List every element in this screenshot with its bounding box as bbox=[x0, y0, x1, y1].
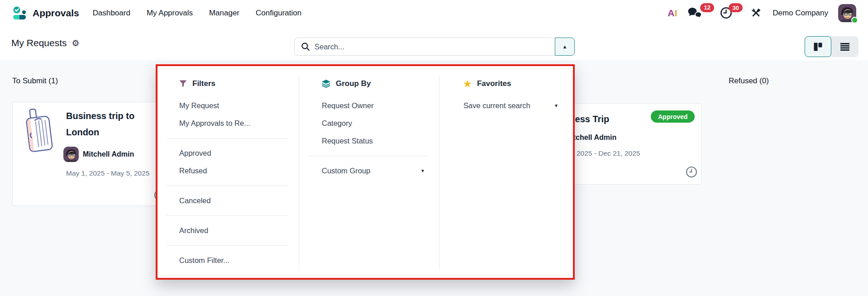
company-switcher[interactable]: Demo Company bbox=[773, 9, 828, 18]
card-dates: 2025 - Dec 21, 2025 bbox=[577, 149, 640, 158]
activities-count-badge: 30 bbox=[729, 3, 743, 12]
activity-clock-icon[interactable] bbox=[686, 166, 697, 178]
filter-custom[interactable]: Custom Filter... bbox=[179, 252, 288, 269]
menu-divider bbox=[167, 138, 288, 138]
card-title: Business trip to London bbox=[66, 108, 165, 140]
filter-funnel-icon bbox=[179, 80, 187, 87]
filter-approved[interactable]: Approved bbox=[179, 144, 288, 162]
wrench-screwdriver-icon bbox=[750, 7, 762, 19]
debug-tools-button[interactable] bbox=[750, 7, 762, 19]
owner-name: Mitchell Admin bbox=[83, 150, 134, 158]
ai-logo-icon[interactable]: AI bbox=[668, 8, 677, 19]
menu-my-approvals[interactable]: My Approvals bbox=[147, 9, 193, 18]
menu-dashboard[interactable]: Dashboard bbox=[93, 9, 130, 18]
caret-down-icon: ▼ bbox=[420, 162, 429, 180]
column-header-refused: Refused (0) bbox=[729, 76, 769, 86]
star-icon: ★ bbox=[463, 79, 472, 88]
search-options-dropdown: Filters My Request My Approvals to Re...… bbox=[156, 64, 575, 280]
menu-manager[interactable]: Manager bbox=[209, 9, 239, 18]
app-brand[interactable]: Approvals bbox=[11, 5, 93, 21]
messages-button[interactable]: 12 bbox=[687, 7, 702, 19]
menu-divider bbox=[167, 186, 288, 186]
kanban-view-button[interactable] bbox=[805, 36, 831, 57]
groupby-custom-group[interactable]: Custom Group ▼ bbox=[322, 162, 429, 180]
filters-section: Filters My Request My Approvals to Re...… bbox=[157, 66, 299, 278]
filter-canceled[interactable]: Canceled bbox=[179, 192, 288, 210]
app-title: Approvals bbox=[33, 8, 79, 19]
kanban-view-icon bbox=[813, 42, 823, 52]
filter-my-request[interactable]: My Request bbox=[179, 97, 288, 115]
caret-up-icon: ▲ bbox=[563, 44, 568, 49]
top-navbar: Approvals Dashboard My Approvals Manager… bbox=[0, 0, 868, 26]
menu-configuration[interactable]: Configuration bbox=[256, 9, 301, 18]
view-switcher bbox=[805, 36, 858, 57]
filter-refused[interactable]: Refused bbox=[179, 162, 288, 180]
action-gear-icon[interactable]: ⚙ bbox=[72, 39, 80, 48]
filter-my-approvals-to-review[interactable]: My Approvals to Re... bbox=[179, 115, 288, 132]
favorites-title: Favorites bbox=[477, 79, 511, 88]
menu-divider bbox=[167, 245, 288, 246]
search-input-box bbox=[294, 38, 555, 56]
card-owner-row: Mitchell Admin bbox=[63, 147, 134, 162]
owner-avatar bbox=[63, 147, 79, 162]
filter-archived[interactable]: Archived bbox=[179, 222, 288, 239]
activities-button[interactable]: 30 bbox=[720, 7, 732, 19]
list-view-button[interactable] bbox=[831, 36, 858, 57]
navbar-systray: AI 12 30 bbox=[668, 4, 856, 22]
save-current-search[interactable]: Save current search ▼ bbox=[463, 97, 562, 115]
search-bar: ▲ bbox=[294, 38, 575, 56]
groupby-request-status[interactable]: Request Status bbox=[322, 132, 429, 150]
search-dropdown-toggle[interactable]: ▲ bbox=[555, 38, 575, 56]
save-current-search-label: Save current search bbox=[463, 97, 530, 115]
messages-count-badge: 12 bbox=[700, 3, 714, 12]
approvals-logo-icon bbox=[11, 5, 27, 21]
kanban-card-business-trip-london[interactable]: Business trip to London Mitchell Admin M… bbox=[12, 102, 171, 206]
search-input[interactable] bbox=[315, 38, 555, 55]
custom-group-label: Custom Group bbox=[322, 162, 370, 180]
filters-title: Filters bbox=[192, 79, 215, 88]
column-header-to-submit: To Submit (1) bbox=[12, 76, 58, 86]
groupby-request-owner[interactable]: Request Owner bbox=[322, 97, 429, 115]
luggage-illustration bbox=[24, 107, 53, 154]
menu-divider bbox=[167, 215, 288, 216]
group-by-title: Group By bbox=[336, 79, 371, 88]
list-view-icon bbox=[840, 43, 849, 51]
search-icon bbox=[301, 42, 310, 51]
caret-down-icon: ▼ bbox=[554, 97, 562, 115]
control-panel: My Requests ⚙ ▲ bbox=[0, 26, 868, 60]
groupby-category[interactable]: Category bbox=[322, 115, 429, 132]
main-menu: Dashboard My Approvals Manager Configura… bbox=[93, 9, 301, 18]
approved-status-badge: Approved bbox=[651, 110, 695, 123]
group-by-section: Group By Request Owner Category Request … bbox=[299, 66, 439, 278]
user-avatar[interactable] bbox=[838, 4, 856, 22]
layers-icon bbox=[322, 80, 330, 88]
card-dates: May 1, 2025 - May 5, 2025 bbox=[66, 169, 149, 177]
favorites-section: ★ Favorites Save current search ▼ bbox=[439, 66, 573, 278]
menu-divider bbox=[308, 156, 429, 156]
page-title: My Requests bbox=[11, 38, 67, 48]
online-status-dot bbox=[851, 17, 858, 24]
